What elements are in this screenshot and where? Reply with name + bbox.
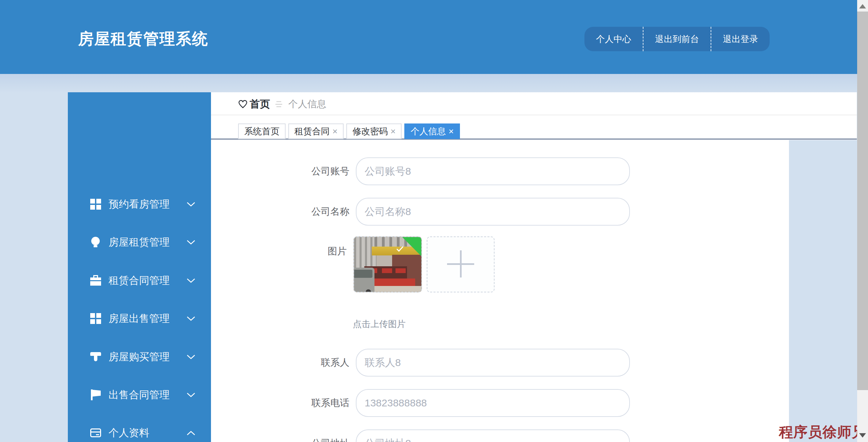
grid-icon bbox=[90, 313, 101, 324]
tab-bar: 系统首页 租赁合同 × 修改密码 × 个人信息 × bbox=[238, 123, 460, 139]
contact-person-input[interactable] bbox=[356, 349, 630, 377]
sidebar-item-house-purchase[interactable]: 房屋购买管理 bbox=[68, 346, 211, 368]
sidebar-item-sale-contract[interactable]: 出售合同管理 bbox=[68, 384, 211, 406]
chevron-down-icon bbox=[187, 240, 195, 245]
sidebar-item-house-sale[interactable]: 房屋出售管理 bbox=[68, 308, 211, 329]
form-row-company-name: 公司名称 bbox=[282, 198, 630, 226]
card-icon bbox=[90, 427, 101, 438]
tab-system-home[interactable]: 系统首页 bbox=[238, 123, 286, 139]
breadcrumb-current: 个人信息 bbox=[288, 98, 326, 111]
contact-phone-label: 联系电话 bbox=[282, 397, 349, 409]
chevron-down-icon bbox=[187, 316, 195, 321]
form-row-contact-phone: 联系电话 bbox=[282, 389, 630, 417]
breadcrumb: 首页 个人信息 bbox=[238, 94, 326, 115]
check-icon bbox=[396, 246, 404, 252]
chevron-down-icon bbox=[187, 278, 195, 283]
chevron-down-icon bbox=[187, 202, 195, 207]
sidebar: 预约看房管理 房屋租赁管理 租赁合同管理 房屋出售管理 房屋购买管理 出售合同管… bbox=[68, 92, 211, 442]
funnel-icon bbox=[90, 351, 101, 362]
page: 房屋租赁管理系统 个人中心 退出到前台 退出登录 预约看房管理 房屋租赁管理 租… bbox=[0, 0, 868, 442]
company-address-input[interactable] bbox=[356, 429, 630, 442]
header-actions: 个人中心 退出到前台 退出登录 bbox=[584, 27, 770, 51]
chevron-down-icon bbox=[187, 392, 195, 398]
company-name-input[interactable] bbox=[356, 198, 630, 226]
logout-button[interactable]: 退出登录 bbox=[711, 27, 770, 51]
form-row-contact-person: 联系人 bbox=[282, 349, 630, 377]
sidebar-item-appointment-viewing[interactable]: 预约看房管理 bbox=[68, 193, 211, 215]
close-icon[interactable]: × bbox=[448, 127, 454, 136]
image-label: 图片 bbox=[282, 245, 347, 258]
scrollbar-up-arrow-icon[interactable] bbox=[859, 4, 866, 8]
exit-to-frontend-button[interactable]: 退出到前台 bbox=[643, 27, 711, 51]
breadcrumb-home[interactable]: 首页 bbox=[250, 97, 270, 111]
form-row-company-address: 公司地址 bbox=[282, 429, 630, 442]
personal-center-button[interactable]: 个人中心 bbox=[584, 27, 643, 51]
briefcase-icon bbox=[90, 275, 101, 286]
company-address-label: 公司地址 bbox=[282, 437, 349, 442]
bulb-icon bbox=[90, 237, 101, 248]
photo-van bbox=[353, 268, 374, 292]
sidebar-item-house-rental[interactable]: 房屋租赁管理 bbox=[68, 231, 211, 253]
company-account-label: 公司账号 bbox=[282, 165, 349, 178]
contact-person-label: 联系人 bbox=[282, 356, 349, 369]
list-separator-icon bbox=[275, 101, 282, 107]
company-name-label: 公司名称 bbox=[282, 205, 349, 218]
sidebar-item-personal-profile[interactable]: 个人资料 bbox=[68, 422, 211, 442]
contact-phone-input[interactable] bbox=[356, 389, 630, 417]
sidebar-item-rental-contract[interactable]: 租赁合同管理 bbox=[68, 270, 211, 291]
chevron-up-icon bbox=[187, 430, 195, 436]
header-shadow bbox=[0, 74, 868, 93]
app-header: 房屋租赁管理系统 个人中心 退出到前台 退出登录 bbox=[0, 0, 868, 74]
tab-change-password[interactable]: 修改密码 × bbox=[346, 123, 402, 139]
tab-personal-info[interactable]: 个人信息 × bbox=[404, 123, 460, 139]
uploaded-image-thumbnail[interactable] bbox=[353, 236, 422, 292]
scrollbar-thumb[interactable] bbox=[857, 12, 868, 390]
scrollbar-down-arrow-icon[interactable] bbox=[859, 433, 866, 438]
tab-rental-contract[interactable]: 租赁合同 × bbox=[288, 123, 344, 139]
upload-image-button[interactable] bbox=[427, 236, 495, 292]
upload-success-badge bbox=[402, 237, 421, 256]
close-icon[interactable]: × bbox=[390, 127, 396, 136]
chevron-down-icon bbox=[187, 354, 195, 360]
heart-icon bbox=[238, 100, 248, 109]
grid-icon bbox=[90, 199, 101, 210]
close-icon[interactable]: × bbox=[332, 127, 337, 136]
form-row-company-account: 公司账号 bbox=[282, 157, 630, 185]
app-title: 房屋租赁管理系统 bbox=[78, 28, 208, 50]
upload-tip: 点击上传图片 bbox=[353, 318, 406, 330]
watermark-text: 程序员徐师兄 bbox=[779, 423, 866, 442]
vertical-scrollbar[interactable] bbox=[857, 0, 868, 442]
flag-icon bbox=[90, 389, 101, 400]
company-account-input[interactable] bbox=[356, 157, 630, 185]
breadcrumb-divider bbox=[211, 115, 857, 115]
